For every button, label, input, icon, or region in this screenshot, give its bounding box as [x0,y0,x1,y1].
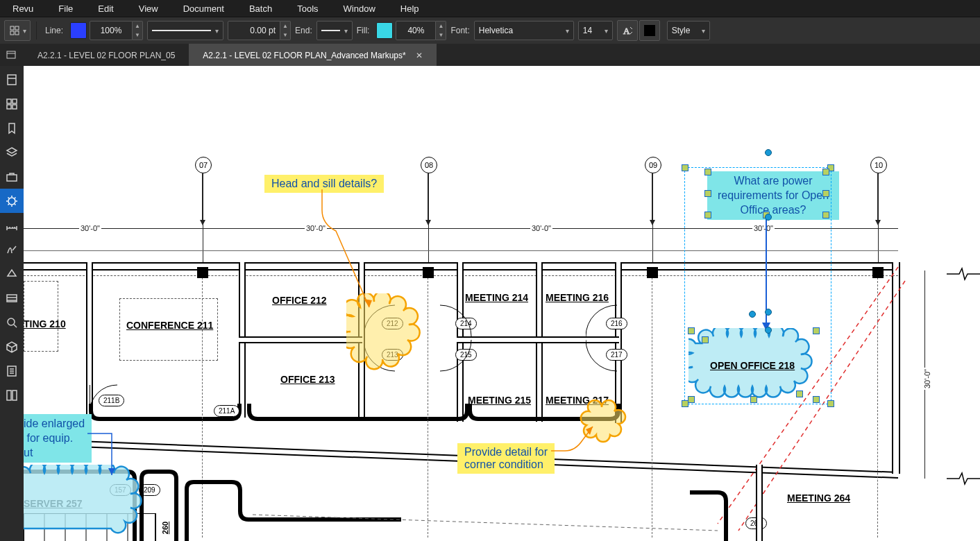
selection-rectangle[interactable] [684,167,831,404]
vdim-text: 30'-0" [923,368,931,390]
search-panel-button[interactable] [0,310,24,334]
thumbnails-panel-button[interactable] [0,67,24,92]
menu-revu[interactable]: Revu [6,1,46,16]
layers-panel-button[interactable] [0,140,24,164]
selection-handle[interactable] [704,212,711,218]
leader-anchor[interactable] [765,309,772,316]
tab-label: A2.2.1 - LEVEL 02 FLOOR PLAN_Advanced Ma… [203,51,405,60]
file-access-panel-button[interactable] [0,286,24,310]
selection-handle[interactable] [827,400,834,407]
zoom-stepper[interactable]: ▲▼ [133,21,143,40]
style-dropdown[interactable]: Style▾ [667,21,710,40]
menu-help[interactable]: Help [388,1,432,16]
menu-window[interactable]: Window [331,1,388,16]
selection-handle[interactable] [688,396,695,403]
left-panel [0,66,24,541]
break-mark [947,472,980,486]
room-label-conference-211: CONFERENCE 211 [126,320,213,331]
menu-document[interactable]: Document [171,1,237,16]
door-swing [437,302,475,340]
selection-handle[interactable] [682,164,688,171]
door-tag-211a: 211A [214,405,239,417]
menu-view[interactable]: View [126,1,171,16]
dimension-text: 30'-0" [79,224,101,232]
grid-bubble-10: 10 [870,157,887,173]
lineweight-field[interactable]: 0.00 pt [228,21,280,40]
column [647,267,658,278]
lineweight-stepper[interactable]: ▲▼ [280,21,291,40]
menu-tools[interactable]: Tools [285,1,330,16]
opacity-field[interactable]: 40% [396,21,436,40]
properties-toolbar: ▾ Line: 100% ▲▼ ▾ 0.00 pt ▲▼ End: ▾ Fill… [0,17,980,44]
fontsize-dropdown[interactable]: 14▾ [578,21,613,40]
close-icon[interactable]: ✕ [416,51,423,60]
measure-panel-button[interactable] [0,213,24,237]
selection-handle[interactable] [822,212,829,218]
selection-handle[interactable] [702,336,709,343]
leader-anchor[interactable] [765,214,772,221]
font-dropdown[interactable]: Helvetica▾ [474,21,574,40]
rotation-anchor[interactable] [765,149,772,156]
selection-handle[interactable] [704,190,711,197]
fill-label: Fill: [357,26,370,35]
callout-leader [315,189,378,314]
tab-label: A2.2.1 - LEVEL 02 FLOOR PLAN_05 [37,51,175,60]
menu-edit[interactable]: Edit [85,1,126,16]
leader-anchor[interactable] [765,327,772,334]
spaces-panel-button[interactable] [0,334,24,359]
selection-handle[interactable] [750,396,757,403]
grid-line [428,173,429,221]
door-swing [586,340,624,378]
grid-line [652,173,653,221]
tab-floorplan-05[interactable]: A2.2.1 - LEVEL 02 FLOOR PLAN_05 [24,44,189,67]
panels-button[interactable] [0,92,24,116]
toolchest-panel-button[interactable] [0,164,24,189]
column [197,267,208,278]
linestyle-dropdown[interactable]: ▾ [147,21,223,40]
lineend-dropdown[interactable]: ▾ [316,21,353,40]
svg-rect-5 [7,51,15,58]
tab-floorplan-advanced-markups[interactable]: A2.2.1 - LEVEL 02 FLOOR PLAN_Advanced Ma… [189,44,436,67]
rotation-anchor[interactable] [749,311,756,318]
svg-point-24 [8,318,15,325]
profile-dropdown-button[interactable]: ▾ [4,20,31,41]
stamp-panel-button[interactable] [0,261,24,286]
svg-rect-9 [7,99,11,103]
menu-file[interactable]: File [46,1,85,16]
selection-handle[interactable] [688,327,695,334]
bookmarks-panel-button[interactable] [0,116,24,140]
callout-corner[interactable]: Provide detail for corner condition [457,443,555,474]
line-color-swatch[interactable] [70,22,87,39]
signatures-panel-button[interactable] [0,237,24,261]
text-color-button[interactable] [639,20,660,41]
studio-panel-button[interactable] [0,383,24,407]
opacity-stepper[interactable]: ▲▼ [436,21,446,40]
break-mark [947,267,980,281]
drawing-canvas[interactable]: 07 08 09 10 30'-0" 30'-0" 30'-0" 30'-0" … [24,66,980,541]
selection-handle[interactable] [704,169,711,175]
selection-handle[interactable] [822,190,829,197]
tab-menu-button[interactable] [1,45,21,65]
column [423,267,434,278]
selection-handle[interactable] [813,396,820,403]
text-autosize-button[interactable]: A [617,20,638,41]
selection-handle[interactable] [822,169,829,175]
room-label-office-213: OFFICE 213 [280,374,335,385]
fill-color-swatch[interactable] [376,22,393,39]
wall [239,336,362,343]
callout-equip[interactable]: ide enlarged for equip. ut [24,414,92,463]
svg-rect-3 [15,31,19,35]
properties-panel-button[interactable] [0,189,24,213]
forms-panel-button[interactable] [0,359,24,383]
selection-handle[interactable] [796,390,803,397]
zoom-field[interactable]: 100% [90,21,133,40]
svg-marker-46 [108,468,115,475]
callout-leader-blue [87,428,129,483]
dimension-text: 30'-0" [530,224,552,232]
selection-handle[interactable] [813,327,820,334]
menu-batch[interactable]: Batch [237,1,285,16]
grid-bubble-08: 08 [421,157,437,173]
svg-rect-1 [15,26,19,30]
end-label: End: [295,26,312,35]
svg-line-37 [253,515,718,531]
